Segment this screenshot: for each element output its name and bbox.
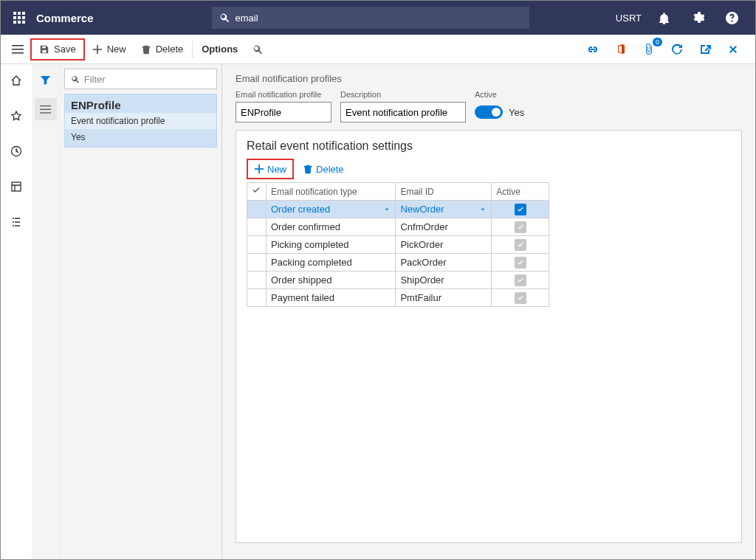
table-row[interactable]: Packing completedPackOrder (247, 254, 549, 272)
row-select[interactable] (247, 201, 267, 218)
svg-rect-6 (13, 21, 16, 24)
row-email[interactable]: PmtFailur (396, 289, 492, 307)
row-email[interactable]: PickOrder (396, 236, 492, 254)
save-button[interactable]: Save (30, 38, 85, 61)
app-launcher-icon[interactable] (7, 5, 32, 30)
row-type[interactable]: Order shipped (266, 272, 395, 289)
popout-icon[interactable] (695, 39, 715, 60)
attachments-icon[interactable]: 0 (639, 39, 659, 60)
new-button[interactable]: New (85, 38, 134, 61)
col-type[interactable]: Email notification type (266, 183, 395, 201)
refresh-icon[interactable] (667, 39, 687, 60)
list-view-icon[interactable] (35, 98, 57, 120)
trash-icon (303, 164, 313, 174)
svg-rect-5 (22, 16, 25, 19)
row-active[interactable] (492, 254, 549, 272)
svg-rect-3 (13, 16, 16, 19)
row-active[interactable] (492, 272, 549, 289)
notifications-icon[interactable] (652, 6, 676, 30)
delete-label: Delete (156, 44, 184, 55)
list-pane: ENProfile Event notification profile Yes (32, 64, 222, 560)
row-email[interactable]: CnfmOrder (396, 218, 492, 236)
table-row[interactable]: Picking completedPickOrder (247, 236, 549, 254)
list-filter[interactable] (64, 69, 217, 89)
global-search[interactable] (212, 7, 529, 29)
row-type[interactable]: Order created (266, 201, 395, 218)
svg-rect-16 (40, 105, 51, 106)
panel-title: Retail event notification settings (247, 139, 731, 153)
row-type[interactable]: Payment failed (266, 289, 395, 307)
settings-panel: Retail event notification settings New D… (236, 130, 742, 543)
filter-icon[interactable] (35, 69, 57, 91)
row-select[interactable] (247, 272, 267, 289)
svg-rect-7 (18, 21, 21, 24)
trash-icon (141, 44, 151, 55)
plus-icon (92, 44, 103, 55)
page-title: Email notification profiles (236, 73, 742, 84)
col-active[interactable]: Active (492, 183, 549, 201)
svg-rect-20 (255, 168, 264, 170)
recent-icon[interactable] (4, 139, 28, 163)
row-select[interactable] (247, 289, 267, 307)
delete-button[interactable]: Delete (134, 38, 191, 61)
col-email[interactable]: Email ID (396, 183, 492, 201)
svg-rect-8 (22, 21, 25, 24)
favorites-icon[interactable] (4, 104, 28, 128)
find-button[interactable] (245, 38, 270, 61)
svg-rect-15 (12, 182, 21, 191)
row-active[interactable] (492, 201, 549, 218)
row-select[interactable] (247, 254, 267, 272)
row-type[interactable]: Order confirmed (266, 218, 395, 236)
top-header: Commerce USRT (1, 1, 755, 35)
global-search-input[interactable] (236, 13, 522, 24)
save-label: Save (54, 44, 76, 55)
home-icon[interactable] (4, 69, 28, 92)
new-label: New (107, 44, 126, 55)
row-email[interactable]: ShipOrder (396, 272, 492, 289)
svg-rect-17 (40, 108, 51, 109)
workspaces-icon[interactable] (4, 175, 28, 198)
panel-delete-button[interactable]: Delete (297, 159, 350, 179)
svg-rect-11 (12, 52, 24, 54)
row-active[interactable] (492, 289, 549, 307)
table-row[interactable]: Order shippedShipOrder (247, 272, 549, 289)
close-icon[interactable] (723, 39, 743, 60)
row-email[interactable]: PackOrder (396, 254, 492, 272)
svg-rect-2 (22, 12, 25, 15)
table-row[interactable]: Payment failedPmtFailur (247, 289, 549, 307)
panel-new-button[interactable]: New (247, 159, 294, 179)
link-icon[interactable] (583, 39, 603, 60)
table-row[interactable]: Order createdNewOrder (247, 201, 549, 218)
profile-label: Email notification profile (236, 90, 331, 99)
active-toggle[interactable] (475, 106, 503, 119)
command-bar: Save New Delete Options 0 (1, 35, 755, 64)
list-item-subtitle: Event notification profile (65, 113, 216, 129)
list-item[interactable]: ENProfile Event notification profile Yes (64, 94, 217, 148)
office-icon[interactable] (611, 39, 631, 60)
row-type[interactable]: Picking completed (266, 236, 395, 254)
profile-input[interactable] (236, 102, 331, 122)
table-row[interactable]: Order confirmedCnfmOrder (247, 218, 549, 236)
plus-icon (254, 164, 264, 174)
row-active[interactable] (492, 236, 549, 254)
row-active[interactable] (492, 218, 549, 236)
svg-rect-18 (40, 112, 51, 113)
description-input[interactable] (340, 102, 466, 122)
list-item-line3: Yes (65, 129, 216, 147)
modules-icon[interactable] (4, 210, 28, 234)
attachments-badge: 0 (653, 38, 662, 46)
col-select[interactable] (247, 183, 267, 201)
row-email[interactable]: NewOrder (396, 201, 492, 218)
row-select[interactable] (247, 236, 267, 254)
row-select[interactable] (247, 218, 267, 236)
nav-toggle-icon[interactable] (5, 37, 30, 62)
svg-rect-1 (18, 12, 21, 15)
user-code[interactable]: USRT (616, 13, 642, 24)
help-icon[interactable] (720, 6, 743, 30)
options-button[interactable]: Options (194, 38, 245, 61)
settings-icon[interactable] (686, 6, 709, 30)
row-type[interactable]: Packing completed (266, 254, 395, 272)
content-area: Email notification profiles Email notifi… (222, 64, 755, 560)
list-filter-input[interactable] (84, 74, 210, 85)
save-icon (39, 44, 49, 55)
